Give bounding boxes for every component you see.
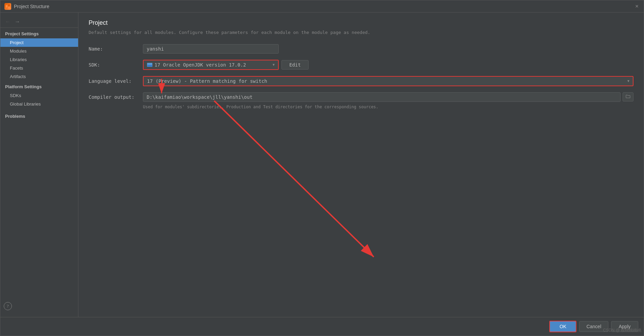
platform-settings-section: Platform Settings	[0, 81, 78, 91]
problems-section: Problems	[0, 108, 78, 121]
bottom-bar: OK Cancel Apply	[0, 317, 644, 336]
project-settings-section: Project Settings	[0, 28, 78, 38]
sidebar-item-project[interactable]: Project	[0, 38, 78, 47]
compiler-output-row: Compiler output:	[89, 92, 633, 102]
sidebar-bottom: ?	[0, 299, 78, 314]
sidebar-item-artifacts[interactable]: Artifacts	[0, 72, 78, 81]
dialog-window: Project Structure ✕ ← → Project Settings…	[0, 0, 644, 336]
nav-buttons: ← →	[0, 16, 78, 28]
app-icon	[4, 3, 11, 10]
sdk-dropdown[interactable]: 17 Oracle OpenJDK version 17.0.2 ▼	[143, 60, 279, 70]
name-row: Name:	[89, 44, 633, 54]
sidebar-item-sdks[interactable]: SDKs	[0, 91, 78, 100]
sdk-edit-button[interactable]: Edit	[281, 60, 309, 70]
compiler-hint: Used for modules' subdirectories, Produc…	[143, 104, 633, 110]
sidebar-item-global-libraries[interactable]: Global Libraries	[0, 100, 78, 108]
main-panel: Project Default settings for all modules…	[78, 13, 644, 317]
back-button[interactable]: ←	[4, 18, 12, 25]
language-value: 17 (Preview) - Pattern matching for swit…	[147, 78, 267, 84]
sdk-dropdown-arrow: ▼	[273, 63, 275, 67]
svg-line-5	[214, 101, 374, 257]
sdk-row: SDK: 17 Oracle OpenJDK version 17.0.2 ▼ …	[89, 60, 633, 70]
window-title: Project Structure	[14, 4, 49, 9]
language-level-label: Language level:	[89, 78, 143, 84]
title-bar-left: Project Structure	[4, 3, 49, 10]
compiler-output-label: Compiler output:	[89, 94, 143, 100]
main-content: ← → Project Settings Project Modules Lib…	[0, 13, 644, 317]
sdk-value: 17 Oracle OpenJDK version 17.0.2	[154, 62, 246, 68]
annotation-overlay	[78, 13, 644, 317]
svg-rect-0	[6, 5, 7, 7]
sdk-dropdown-inner: 17 Oracle OpenJDK version 17.0.2	[147, 62, 273, 68]
apply-button[interactable]: Apply	[611, 321, 638, 332]
name-input[interactable]	[143, 44, 279, 54]
sdk-folder-icon	[147, 63, 152, 67]
compiler-output-input[interactable]	[143, 92, 621, 102]
ok-button[interactable]: OK	[549, 321, 576, 332]
name-label: Name:	[89, 46, 143, 52]
panel-title: Project	[89, 19, 633, 26]
sidebar-item-facets[interactable]: Facets	[0, 64, 78, 72]
sidebar-item-libraries[interactable]: Libraries	[0, 55, 78, 64]
title-bar: Project Structure ✕	[0, 0, 644, 13]
close-button[interactable]: ✕	[634, 4, 640, 9]
language-dropdown[interactable]: 17 (Preview) - Pattern matching for swit…	[143, 76, 633, 86]
forward-button[interactable]: →	[13, 18, 21, 25]
compiler-folder-button[interactable]	[623, 92, 633, 101]
language-level-row: Language level: 17 (Preview) - Pattern m…	[89, 76, 633, 86]
panel-description: Default settings for all modules. Config…	[89, 29, 633, 36]
sdk-container: 17 Oracle OpenJDK version 17.0.2 ▼ Edit	[143, 60, 309, 70]
cancel-button[interactable]: Cancel	[579, 321, 608, 332]
language-dropdown-arrow: ▼	[627, 79, 629, 83]
sidebar: ← → Project Settings Project Modules Lib…	[0, 13, 78, 317]
sidebar-item-modules[interactable]: Modules	[0, 47, 78, 55]
compiler-input-container	[143, 92, 633, 102]
svg-rect-2	[8, 7, 10, 8]
help-button[interactable]: ?	[4, 302, 12, 310]
svg-rect-1	[8, 4, 10, 6]
sdk-label: SDK:	[89, 62, 143, 68]
